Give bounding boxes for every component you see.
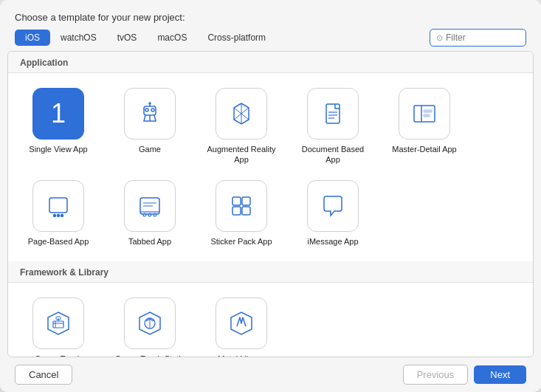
- dialog-prompt: Choose a template for your new project:: [0, 0, 541, 29]
- filter-icon: ⊙: [436, 33, 443, 43]
- page-based-icon: [45, 193, 72, 219]
- single-view-app-icon: 1: [51, 98, 66, 129]
- sticker-icon: [228, 193, 255, 219]
- page-based-icon-box: [32, 180, 84, 232]
- tab-watchos[interactable]: watchOS: [50, 30, 107, 46]
- imessage-icon: [320, 193, 346, 219]
- tabbed-icon: [137, 193, 163, 219]
- template-page-based-app[interactable]: Page-Based App: [14, 174, 103, 252]
- template-imessage-app[interactable]: iMessage App: [289, 174, 377, 252]
- svg-rect-31: [232, 197, 241, 205]
- section-header-application: Application: [8, 52, 533, 73]
- master-detail-label: Master-Detail App: [392, 144, 456, 154]
- single-view-app-icon-box: 1: [32, 88, 84, 140]
- footer: Cancel Previous Next: [0, 357, 541, 392]
- single-view-app-label: Single View App: [29, 144, 87, 154]
- svg-line-10: [234, 114, 241, 120]
- metal-icon: [228, 310, 255, 337]
- svg-rect-16: [414, 106, 435, 122]
- svg-point-23: [61, 214, 63, 216]
- imessage-icon-box: [307, 180, 359, 232]
- cocoa-framework-icon-box: [32, 298, 84, 349]
- ar-icon: [228, 100, 255, 127]
- svg-point-2: [151, 109, 154, 111]
- svg-rect-19: [424, 114, 430, 117]
- master-detail-icon-box: [399, 88, 450, 140]
- game-label: Game: [139, 144, 161, 154]
- template-tabbed-app[interactable]: Tabbed App: [106, 174, 194, 252]
- ar-label: Augmented Reality App: [203, 144, 280, 165]
- tabbed-label: Tabbed App: [128, 236, 171, 247]
- tab-ios[interactable]: iOS: [15, 30, 50, 46]
- svg-point-22: [58, 214, 60, 216]
- new-project-dialog: Choose a template for your new project: …: [0, 0, 541, 392]
- svg-line-11: [241, 114, 249, 120]
- framework-grid: Cocoa Touch Framework Cocoa Touch Static…: [8, 283, 533, 357]
- template-cocoa-touch-static-library[interactable]: Cocoa Touch Static Library: [106, 292, 194, 357]
- template-metal-library[interactable]: Metal Library: [197, 292, 286, 357]
- svg-point-1: [145, 109, 148, 111]
- svg-rect-32: [242, 197, 250, 205]
- template-augmented-reality-app[interactable]: Augmented Reality App: [197, 82, 286, 171]
- svg-rect-33: [232, 207, 241, 215]
- svg-rect-18: [424, 110, 432, 112]
- template-master-detail-app[interactable]: Master-Detail App: [380, 82, 469, 171]
- ar-icon-box: [216, 88, 267, 140]
- tab-macos[interactable]: macOS: [147, 30, 197, 46]
- tab-crossplatform[interactable]: Cross-platform: [197, 30, 276, 46]
- template-single-view-app[interactable]: 1 Single View App: [14, 82, 103, 171]
- svg-line-8: [241, 108, 249, 114]
- game-icon: [137, 100, 163, 127]
- document-icon: [320, 100, 346, 127]
- sticker-label: Sticker Pack App: [210, 236, 272, 247]
- tab-tvos[interactable]: tvOS: [107, 30, 148, 46]
- previous-button[interactable]: Previous: [403, 365, 469, 385]
- svg-point-21: [54, 214, 56, 216]
- filter-container: ⊙: [430, 29, 526, 47]
- section-header-framework: Framework & Library: [8, 261, 533, 283]
- document-label: Document Based App: [294, 144, 371, 165]
- cocoa-static-icon: [137, 310, 163, 337]
- template-document-based-app[interactable]: Document Based App: [289, 82, 377, 171]
- svg-rect-12: [326, 104, 340, 123]
- template-sticker-pack-app[interactable]: Sticker Pack App: [197, 174, 286, 252]
- tab-bar: iOS watchOS tvOS macOS Cross-platform ⊙: [0, 29, 541, 51]
- svg-line-7: [234, 108, 241, 114]
- template-cocoa-touch-framework[interactable]: Cocoa Touch Framework: [14, 292, 103, 357]
- application-grid: 1 Single View App: [8, 73, 533, 261]
- template-game[interactable]: Game: [106, 82, 194, 171]
- tabbed-icon-box: [124, 180, 176, 232]
- next-button[interactable]: Next: [474, 365, 526, 384]
- cocoa-framework-icon: [45, 310, 72, 337]
- svg-rect-36: [53, 321, 63, 328]
- filter-input[interactable]: [446, 32, 520, 43]
- master-detail-icon: [411, 100, 438, 127]
- document-icon-box: [307, 88, 359, 140]
- svg-rect-20: [49, 198, 67, 213]
- sticker-icon-box: [216, 180, 267, 232]
- metal-icon-box: [216, 298, 267, 349]
- svg-rect-34: [242, 207, 250, 215]
- cancel-button[interactable]: Cancel: [15, 365, 72, 385]
- svg-point-4: [149, 103, 151, 104]
- cocoa-static-icon-box: [124, 298, 176, 349]
- page-based-label: Page-Based App: [28, 236, 89, 247]
- imessage-label: iMessage App: [307, 236, 358, 247]
- game-icon-box: [124, 88, 176, 140]
- content-area: Application 1 Single View App: [7, 51, 534, 357]
